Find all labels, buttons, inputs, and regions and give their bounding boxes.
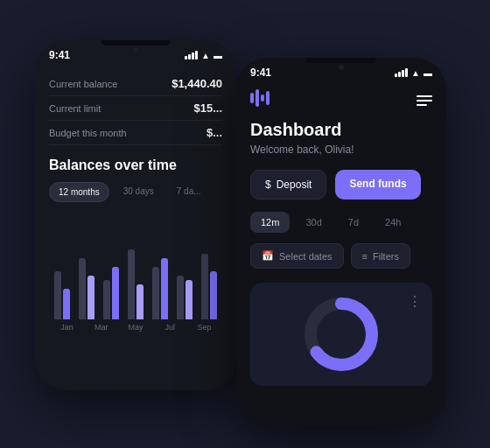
filters-label: Filters [373, 251, 399, 262]
deposit-button[interactable]: $ Deposit [250, 170, 326, 200]
tab-7d[interactable]: 7d [338, 212, 369, 233]
balance-row-current: Current balance $1,440.40 [49, 72, 222, 96]
bar-dark [152, 267, 159, 319]
more-options-icon[interactable]: ⋮ [408, 293, 422, 310]
front-battery-icon: ▬ [424, 68, 432, 78]
bar-light-purple [88, 276, 94, 319]
front-wifi-icon: ▲ [411, 68, 420, 78]
chart-label-jul: Jul [156, 323, 185, 332]
bar-group-0 [52, 232, 72, 319]
bar-dark [177, 276, 184, 319]
filter-row: 📅 Select dates ≡ Filters [250, 243, 432, 269]
bar-purple [112, 267, 119, 319]
bar-purple [210, 271, 217, 319]
bar-group-5 [175, 232, 194, 319]
svg-rect-2 [261, 94, 264, 102]
chart-label-may: May [121, 323, 150, 332]
svg-rect-3 [266, 91, 270, 105]
select-dates-button[interactable]: 📅 Select dates [250, 243, 344, 269]
back-status-time: 9:41 [49, 49, 70, 61]
action-buttons: $ Deposit Send funds [250, 170, 432, 200]
budget-label: Budget this month [49, 128, 127, 138]
bar-group-4 [150, 232, 170, 319]
app-header [236, 82, 446, 120]
back-phone-camera [133, 47, 138, 52]
tab-12m[interactable]: 12m [250, 212, 290, 233]
logo-icon [250, 89, 275, 107]
tab-12months[interactable]: 12 months [49, 182, 109, 202]
battery-icon: ▬ [214, 51, 222, 60]
wifi-icon: ▲ [201, 51, 210, 60]
bar-chart [49, 214, 222, 319]
balances-title: Balances over time [49, 158, 222, 173]
send-funds-button[interactable]: Send funds [335, 170, 420, 200]
bar-group-1 [77, 232, 96, 319]
bar-dark [128, 249, 135, 319]
front-phone-notch [306, 58, 376, 63]
back-status-icons: ▲ ▬ [185, 51, 222, 60]
current-balance-label: Current balance [49, 79, 117, 89]
front-phone-camera [339, 65, 344, 70]
chart-label-mar: Mar [87, 323, 116, 332]
app-logo [250, 89, 275, 111]
donut-container [262, 295, 420, 374]
back-phone-notch [101, 40, 171, 46]
bar-light-purple [136, 284, 144, 319]
budget-value: $... [206, 126, 222, 139]
donut-section: ⋮ [250, 283, 432, 386]
chart-labels: Jan Mar May Jul Sep [49, 319, 222, 332]
chart-label-jan: Jan [52, 323, 81, 332]
bar-purple [63, 289, 70, 319]
tab-30days[interactable]: 30 days [115, 182, 163, 202]
bar-dark [103, 280, 110, 319]
menu-button[interactable] [416, 95, 432, 106]
current-limit-value: $15... [193, 102, 222, 115]
front-signal-icon [395, 68, 408, 77]
svg-rect-1 [256, 89, 259, 107]
time-tabs: 12 months 30 days 7 da... [49, 182, 222, 202]
current-balance-value: $1,440.40 [172, 77, 222, 90]
phone-back: 9:41 ▲ ▬ Current balance $1,440.40 Curre [35, 40, 236, 390]
bar-purple [161, 258, 168, 319]
deposit-label: Deposit [276, 178, 312, 191]
bar-dark [79, 258, 86, 319]
donut-chart [302, 295, 381, 374]
tab-24h[interactable]: 24h [374, 212, 411, 233]
bar-group-3 [126, 232, 145, 319]
phone-front: 9:41 ▲ ▬ [236, 58, 446, 425]
period-tabs: 12m 30d 7d 24h [250, 212, 432, 233]
bar-group-6 [200, 232, 219, 319]
bar-group-2 [102, 232, 121, 319]
calendar-icon: 📅 [262, 250, 274, 262]
balance-row-budget: Budget this month $... [49, 121, 222, 145]
bar-dark [201, 254, 208, 319]
tab-7days[interactable]: 7 da... [168, 182, 210, 202]
dollar-icon: $ [265, 178, 271, 191]
svg-rect-0 [250, 93, 254, 103]
signal-icon [185, 51, 198, 60]
scene: 9:41 ▲ ▬ Current balance $1,440.40 Curre [18, 14, 472, 434]
welcome-text: Welcome back, Olivia! [250, 144, 432, 156]
filters-button[interactable]: ≡ Filters [351, 243, 410, 269]
dashboard-title: Dashboard [250, 120, 432, 140]
front-content: Dashboard Welcome back, Olivia! $ Deposi… [236, 120, 446, 386]
bar-dark [54, 271, 61, 319]
front-status-icons: ▲ ▬ [395, 68, 432, 78]
front-status-time: 9:41 [250, 66, 271, 79]
bar-light-purple [186, 280, 192, 319]
tab-30d[interactable]: 30d [295, 212, 332, 233]
balance-row-limit: Current limit $15... [49, 96, 222, 121]
filter-icon: ≡ [362, 251, 368, 262]
back-phone-content: Current balance $1,440.40 Current limit … [35, 65, 236, 339]
current-limit-label: Current limit [49, 103, 101, 114]
select-dates-label: Select dates [279, 251, 332, 262]
chart-label-sep: Sep [190, 323, 219, 332]
